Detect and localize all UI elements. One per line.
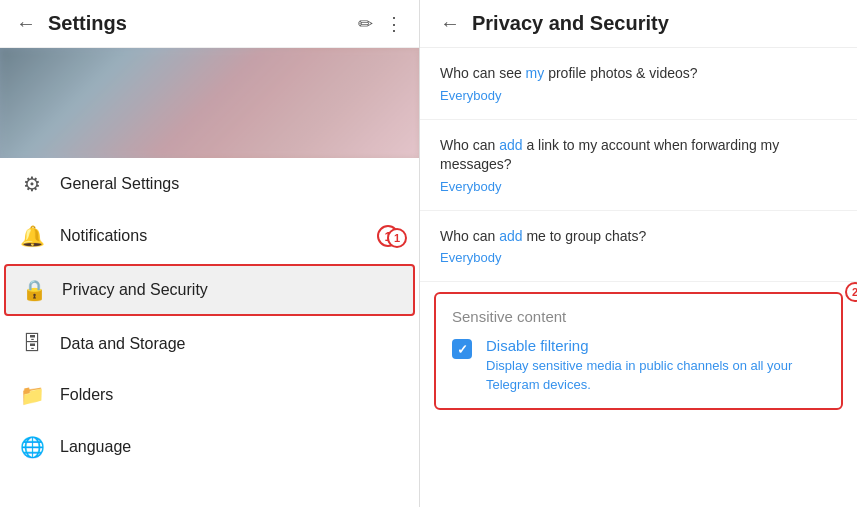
highlight: add [499,228,522,244]
avatar-blur [0,48,419,158]
privacy-answer: Everybody [440,88,837,103]
privacy-item-groups[interactable]: Who can add me to group chats? Everybody [420,211,857,283]
edit-button[interactable]: ✏ [358,13,373,35]
sensitive-content-wrapper: Sensitive content ✓ Disable filtering Di… [420,292,857,409]
sidebar-item-general[interactable]: ⚙ General Settings [0,158,419,210]
settings-title: Settings [48,12,127,35]
notifications-badge: 1 [377,225,399,247]
folder-icon: 📁 [20,383,44,407]
sidebar-item-data[interactable]: 🗄 Data and Storage [0,318,419,369]
right-panel: ← Privacy and Security Who can see my pr… [420,0,857,507]
annotation-badge-2: 2 [845,282,857,302]
gear-icon: ⚙ [20,172,44,196]
sidebar-item-label: Notifications [60,227,147,245]
privacy-question: Who can see my profile photos & videos? [440,64,837,84]
right-back-button[interactable]: ← [440,12,460,35]
menu-list: ⚙ General Settings 🔔 Notifications 1 🔒 P… [0,158,419,507]
right-panel-title: Privacy and Security [472,12,669,35]
sidebar-item-notifications[interactable]: 🔔 Notifications 1 [0,210,419,262]
highlight: my [526,65,545,81]
lock-icon: 🔒 [22,278,46,302]
sensitive-row: ✓ Disable filtering Display sensitive me… [452,337,825,393]
back-button[interactable]: ← [16,12,36,35]
right-header: ← Privacy and Security [420,0,857,48]
privacy-answer: Everybody [440,250,837,265]
sidebar-item-label: Data and Storage [60,335,185,353]
privacy-answer: Everybody [440,179,837,194]
more-button[interactable]: ⋮ [385,13,403,35]
bell-icon: 🔔 [20,224,44,248]
left-header-left: ← Settings [16,12,127,35]
database-icon: 🗄 [20,332,44,355]
sensitive-text: Disable filtering Display sensitive medi… [486,337,825,393]
privacy-item-photos[interactable]: Who can see my profile photos & videos? … [420,48,857,120]
sensitive-content-title: Sensitive content [452,308,825,325]
avatar-area [0,48,419,158]
right-panel-wrapper: ← Privacy and Security Who can see my pr… [420,0,857,507]
language-icon: 🌐 [20,435,44,459]
header-icons: ✏ ⋮ [358,13,403,35]
sidebar-item-label: Folders [60,386,113,404]
sidebar-item-label: General Settings [60,175,179,193]
disable-filtering-checkbox[interactable]: ✓ [452,339,472,359]
left-header: ← Settings ✏ ⋮ [0,0,419,48]
left-panel: ← Settings ✏ ⋮ ⚙ General Settings 🔔 Noti… [0,0,420,507]
sensitive-content-box: Sensitive content ✓ Disable filtering Di… [434,292,843,409]
highlight: add [499,137,522,153]
checkmark-icon: ✓ [457,342,468,357]
disable-filtering-label: Disable filtering [486,337,825,354]
disable-filtering-desc: Display sensitive media in public channe… [486,357,825,393]
sidebar-item-privacy[interactable]: 🔒 Privacy and Security [4,264,415,316]
right-content: Who can see my profile photos & videos? … [420,48,857,507]
privacy-item-link[interactable]: Who can add a link to my account when fo… [420,120,857,211]
sidebar-item-language[interactable]: 🌐 Language [0,421,419,473]
sidebar-item-folders[interactable]: 📁 Folders [0,369,419,421]
sidebar-item-label: Language [60,438,131,456]
privacy-question: Who can add me to group chats? [440,227,837,247]
sidebar-item-label: Privacy and Security [62,281,208,299]
privacy-question: Who can add a link to my account when fo… [440,136,837,175]
